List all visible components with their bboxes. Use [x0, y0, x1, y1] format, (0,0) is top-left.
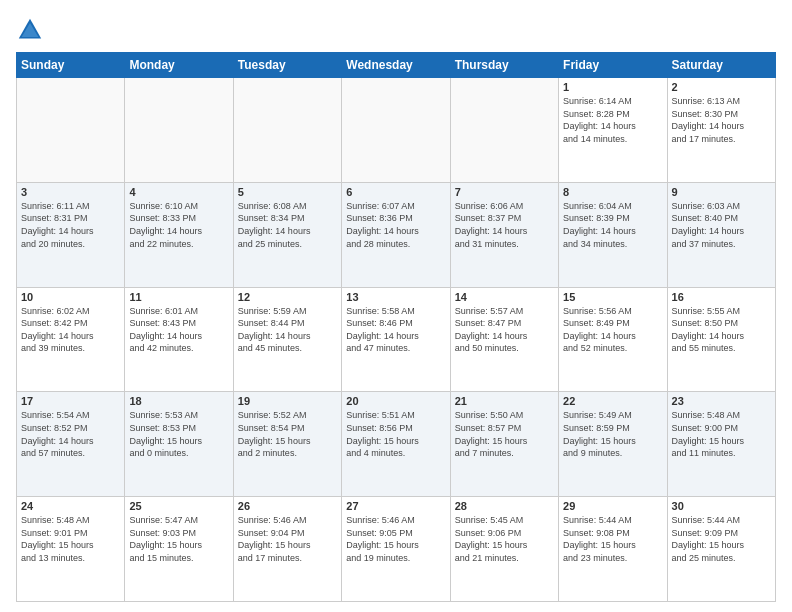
day-number: 23: [672, 395, 771, 407]
day-info: Sunrise: 5:48 AM Sunset: 9:01 PM Dayligh…: [21, 514, 120, 564]
day-number: 19: [238, 395, 337, 407]
calendar-cell: 2Sunrise: 6:13 AM Sunset: 8:30 PM Daylig…: [667, 78, 775, 183]
day-info: Sunrise: 6:06 AM Sunset: 8:37 PM Dayligh…: [455, 200, 554, 250]
calendar-cell: 23Sunrise: 5:48 AM Sunset: 9:00 PM Dayli…: [667, 392, 775, 497]
calendar-cell: 14Sunrise: 5:57 AM Sunset: 8:47 PM Dayli…: [450, 287, 558, 392]
calendar-cell: 12Sunrise: 5:59 AM Sunset: 8:44 PM Dayli…: [233, 287, 341, 392]
page: SundayMondayTuesdayWednesdayThursdayFrid…: [0, 0, 792, 612]
calendar-cell: 20Sunrise: 5:51 AM Sunset: 8:56 PM Dayli…: [342, 392, 450, 497]
calendar-cell: 11Sunrise: 6:01 AM Sunset: 8:43 PM Dayli…: [125, 287, 233, 392]
calendar-table: SundayMondayTuesdayWednesdayThursdayFrid…: [16, 52, 776, 602]
weekday-header: Wednesday: [342, 53, 450, 78]
day-number: 1: [563, 81, 662, 93]
day-info: Sunrise: 6:02 AM Sunset: 8:42 PM Dayligh…: [21, 305, 120, 355]
day-number: 4: [129, 186, 228, 198]
day-number: 2: [672, 81, 771, 93]
weekday-header: Monday: [125, 53, 233, 78]
weekday-header: Tuesday: [233, 53, 341, 78]
day-info: Sunrise: 5:51 AM Sunset: 8:56 PM Dayligh…: [346, 409, 445, 459]
logo: [16, 16, 48, 44]
calendar-cell: 7Sunrise: 6:06 AM Sunset: 8:37 PM Daylig…: [450, 182, 558, 287]
calendar-week-row: 17Sunrise: 5:54 AM Sunset: 8:52 PM Dayli…: [17, 392, 776, 497]
logo-icon: [16, 16, 44, 44]
calendar-cell: 22Sunrise: 5:49 AM Sunset: 8:59 PM Dayli…: [559, 392, 667, 497]
calendar-cell: 1Sunrise: 6:14 AM Sunset: 8:28 PM Daylig…: [559, 78, 667, 183]
day-number: 5: [238, 186, 337, 198]
calendar-week-row: 24Sunrise: 5:48 AM Sunset: 9:01 PM Dayli…: [17, 497, 776, 602]
calendar-cell: 13Sunrise: 5:58 AM Sunset: 8:46 PM Dayli…: [342, 287, 450, 392]
calendar-cell: 5Sunrise: 6:08 AM Sunset: 8:34 PM Daylig…: [233, 182, 341, 287]
day-info: Sunrise: 6:03 AM Sunset: 8:40 PM Dayligh…: [672, 200, 771, 250]
day-number: 13: [346, 291, 445, 303]
day-number: 26: [238, 500, 337, 512]
day-info: Sunrise: 5:49 AM Sunset: 8:59 PM Dayligh…: [563, 409, 662, 459]
day-info: Sunrise: 6:14 AM Sunset: 8:28 PM Dayligh…: [563, 95, 662, 145]
day-info: Sunrise: 6:13 AM Sunset: 8:30 PM Dayligh…: [672, 95, 771, 145]
day-info: Sunrise: 5:53 AM Sunset: 8:53 PM Dayligh…: [129, 409, 228, 459]
day-info: Sunrise: 5:44 AM Sunset: 9:09 PM Dayligh…: [672, 514, 771, 564]
day-number: 25: [129, 500, 228, 512]
day-number: 27: [346, 500, 445, 512]
day-number: 10: [21, 291, 120, 303]
calendar-cell: 8Sunrise: 6:04 AM Sunset: 8:39 PM Daylig…: [559, 182, 667, 287]
calendar-cell: 27Sunrise: 5:46 AM Sunset: 9:05 PM Dayli…: [342, 497, 450, 602]
day-number: 24: [21, 500, 120, 512]
weekday-header: Saturday: [667, 53, 775, 78]
calendar-cell: 19Sunrise: 5:52 AM Sunset: 8:54 PM Dayli…: [233, 392, 341, 497]
calendar-week-row: 10Sunrise: 6:02 AM Sunset: 8:42 PM Dayli…: [17, 287, 776, 392]
weekday-header: Thursday: [450, 53, 558, 78]
day-number: 28: [455, 500, 554, 512]
day-info: Sunrise: 5:56 AM Sunset: 8:49 PM Dayligh…: [563, 305, 662, 355]
weekday-header: Sunday: [17, 53, 125, 78]
day-info: Sunrise: 6:07 AM Sunset: 8:36 PM Dayligh…: [346, 200, 445, 250]
calendar-cell: 16Sunrise: 5:55 AM Sunset: 8:50 PM Dayli…: [667, 287, 775, 392]
calendar-cell: 24Sunrise: 5:48 AM Sunset: 9:01 PM Dayli…: [17, 497, 125, 602]
calendar-cell: 4Sunrise: 6:10 AM Sunset: 8:33 PM Daylig…: [125, 182, 233, 287]
calendar-cell: 18Sunrise: 5:53 AM Sunset: 8:53 PM Dayli…: [125, 392, 233, 497]
day-info: Sunrise: 5:46 AM Sunset: 9:05 PM Dayligh…: [346, 514, 445, 564]
calendar-cell: 30Sunrise: 5:44 AM Sunset: 9:09 PM Dayli…: [667, 497, 775, 602]
day-number: 11: [129, 291, 228, 303]
calendar-cell: [233, 78, 341, 183]
day-number: 29: [563, 500, 662, 512]
day-info: Sunrise: 6:11 AM Sunset: 8:31 PM Dayligh…: [21, 200, 120, 250]
calendar-cell: 17Sunrise: 5:54 AM Sunset: 8:52 PM Dayli…: [17, 392, 125, 497]
day-info: Sunrise: 5:48 AM Sunset: 9:00 PM Dayligh…: [672, 409, 771, 459]
day-number: 9: [672, 186, 771, 198]
day-info: Sunrise: 6:01 AM Sunset: 8:43 PM Dayligh…: [129, 305, 228, 355]
calendar-cell: 26Sunrise: 5:46 AM Sunset: 9:04 PM Dayli…: [233, 497, 341, 602]
day-number: 14: [455, 291, 554, 303]
weekday-header: Friday: [559, 53, 667, 78]
day-number: 16: [672, 291, 771, 303]
calendar-cell: [450, 78, 558, 183]
calendar-header-row: SundayMondayTuesdayWednesdayThursdayFrid…: [17, 53, 776, 78]
day-number: 17: [21, 395, 120, 407]
day-number: 7: [455, 186, 554, 198]
calendar-cell: [342, 78, 450, 183]
day-info: Sunrise: 5:58 AM Sunset: 8:46 PM Dayligh…: [346, 305, 445, 355]
calendar-cell: [17, 78, 125, 183]
calendar-cell: 21Sunrise: 5:50 AM Sunset: 8:57 PM Dayli…: [450, 392, 558, 497]
calendar-cell: 3Sunrise: 6:11 AM Sunset: 8:31 PM Daylig…: [17, 182, 125, 287]
day-info: Sunrise: 6:04 AM Sunset: 8:39 PM Dayligh…: [563, 200, 662, 250]
day-info: Sunrise: 5:45 AM Sunset: 9:06 PM Dayligh…: [455, 514, 554, 564]
calendar-cell: 9Sunrise: 6:03 AM Sunset: 8:40 PM Daylig…: [667, 182, 775, 287]
day-info: Sunrise: 5:57 AM Sunset: 8:47 PM Dayligh…: [455, 305, 554, 355]
calendar-cell: [125, 78, 233, 183]
calendar-cell: 28Sunrise: 5:45 AM Sunset: 9:06 PM Dayli…: [450, 497, 558, 602]
day-info: Sunrise: 5:44 AM Sunset: 9:08 PM Dayligh…: [563, 514, 662, 564]
calendar-week-row: 1Sunrise: 6:14 AM Sunset: 8:28 PM Daylig…: [17, 78, 776, 183]
day-number: 21: [455, 395, 554, 407]
day-number: 8: [563, 186, 662, 198]
calendar-week-row: 3Sunrise: 6:11 AM Sunset: 8:31 PM Daylig…: [17, 182, 776, 287]
calendar-cell: 25Sunrise: 5:47 AM Sunset: 9:03 PM Dayli…: [125, 497, 233, 602]
day-number: 20: [346, 395, 445, 407]
day-info: Sunrise: 6:10 AM Sunset: 8:33 PM Dayligh…: [129, 200, 228, 250]
day-number: 18: [129, 395, 228, 407]
day-number: 12: [238, 291, 337, 303]
day-number: 22: [563, 395, 662, 407]
day-number: 3: [21, 186, 120, 198]
day-number: 30: [672, 500, 771, 512]
calendar-cell: 10Sunrise: 6:02 AM Sunset: 8:42 PM Dayli…: [17, 287, 125, 392]
day-info: Sunrise: 5:50 AM Sunset: 8:57 PM Dayligh…: [455, 409, 554, 459]
